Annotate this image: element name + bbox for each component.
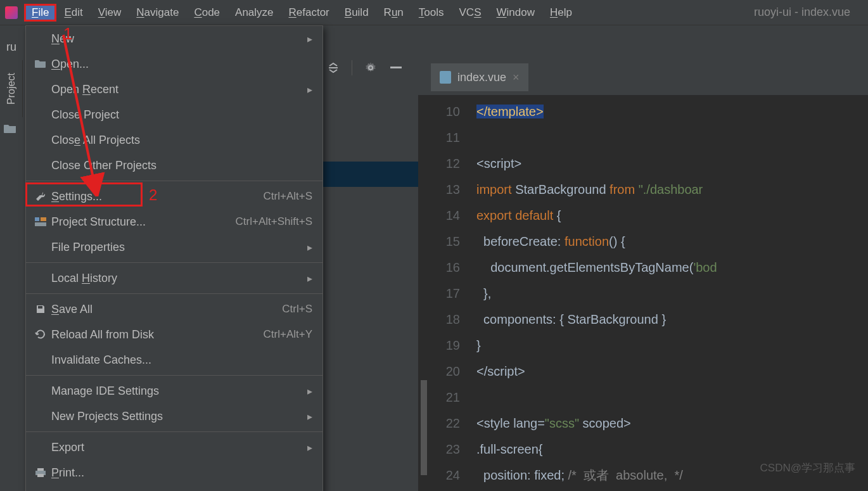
project-tool-tab[interactable]: Project: [0, 60, 23, 117]
selection-highlight: [323, 162, 428, 187]
line-number: 19: [431, 333, 460, 359]
code-line[interactable]: document.getElementsByTagName('bod: [476, 255, 868, 281]
menu-item-label: Close All Projects: [49, 134, 312, 147]
editor-toolbar: [326, 60, 403, 75]
close-icon[interactable]: ×: [513, 71, 520, 84]
save-icon: [32, 304, 49, 314]
menu-save-all[interactable]: Save AllCtrl+S: [26, 297, 322, 322]
annotation-1: 1: [63, 24, 72, 44]
menu-item-label: Export: [49, 441, 312, 454]
menu-item-label: Close Other Projects: [49, 159, 312, 172]
line-number: 23: [431, 437, 460, 462]
expand-collapse-icon[interactable]: [326, 61, 340, 75]
menu-tools[interactable]: Tools: [411, 4, 452, 22]
menu-separator: [26, 262, 322, 263]
project-tab-label: Project: [6, 73, 17, 105]
menu-export[interactable]: Export▸: [26, 435, 322, 460]
tab-index-vue[interactable]: index.vue ×: [431, 63, 528, 91]
code-line[interactable]: beforeCreate: function() {: [476, 229, 868, 255]
menu-edit[interactable]: Edit: [56, 4, 90, 22]
menu-separator: [26, 293, 322, 294]
menu-new-proj-settings[interactable]: New Projects Settings▸: [26, 404, 322, 429]
svg-rect-5: [35, 222, 46, 226]
folder-icon[interactable]: [4, 124, 16, 134]
menu-file[interactable]: File: [24, 4, 56, 22]
code-line[interactable]: import StarBackground from "./dashboar: [476, 177, 868, 203]
chevron-right-icon: ▸: [307, 84, 312, 96]
menu-analyze[interactable]: Analyze: [227, 4, 281, 22]
code-line[interactable]: </template>: [476, 99, 868, 125]
structure-icon: [32, 217, 49, 226]
file-menu-dropdown: New▸Open...Open Recent▸Close ProjectClos…: [25, 25, 323, 491]
code-line[interactable]: </script>: [476, 359, 868, 385]
menu-item-label: Project Structure...: [49, 215, 236, 229]
line-number: 12: [431, 151, 460, 177]
print-icon: [32, 468, 49, 478]
menu-item-label: New Projects Settings: [49, 410, 312, 423]
menu-close-all[interactable]: Close All Projects: [26, 127, 322, 153]
file-icon: [440, 71, 451, 84]
code-line[interactable]: .full-screen{: [476, 437, 868, 462]
menu-item-label: Local History: [49, 272, 312, 285]
app-logo-icon: [5, 6, 18, 19]
folder-icon: [32, 60, 49, 68]
menu-separator: [26, 375, 322, 376]
code-content[interactable]: </template> <script>import StarBackgroun…: [466, 95, 868, 491]
menu-refactor[interactable]: Refactor: [281, 4, 337, 22]
menu-file-props[interactable]: File Properties▸: [26, 234, 322, 260]
code-line[interactable]: export default {: [476, 203, 868, 229]
editor-tabs: index.vue ×: [431, 63, 528, 91]
scrollbar-thumb[interactable]: [421, 380, 427, 475]
menu-item-label: Reload All from Disk: [49, 328, 264, 341]
menu-favorites[interactable]: Add to Favorites▸: [26, 485, 322, 491]
line-number: 15: [431, 229, 460, 255]
line-number: 10: [431, 99, 460, 125]
code-line[interactable]: [476, 385, 868, 411]
shortcut-label: Ctrl+Alt+S: [264, 190, 312, 203]
menu-build[interactable]: Build: [337, 4, 376, 22]
hide-icon[interactable]: [389, 61, 403, 75]
menu-run[interactable]: Run: [376, 4, 411, 22]
menu-project-structure[interactable]: Project Structure...Ctrl+Alt+Shift+S: [26, 209, 322, 234]
code-line[interactable]: components: { StarBackground }: [476, 307, 868, 333]
menu-vcs[interactable]: VCS: [452, 4, 489, 22]
menu-code[interactable]: Code: [186, 4, 227, 22]
chevron-right-icon: ▸: [307, 442, 312, 454]
chevron-right-icon: ▸: [307, 411, 312, 423]
code-line[interactable]: <style lang="scss" scoped>: [476, 411, 868, 437]
watermark: CSDN@学习那点事: [760, 461, 855, 475]
menu-open-recent[interactable]: Open Recent▸: [26, 77, 322, 102]
menu-item-label: Print...: [49, 466, 312, 480]
gutter-margin: [418, 95, 431, 491]
code-line[interactable]: <script>: [476, 151, 868, 177]
menu-settings[interactable]: Settings...Ctrl+Alt+S: [26, 184, 322, 209]
menu-close-project[interactable]: Close Project: [26, 102, 322, 127]
line-number: 13: [431, 177, 460, 203]
line-number: 20: [431, 359, 460, 385]
chevron-right-icon: ▸: [307, 33, 312, 45]
annotation-2: 2: [149, 186, 157, 204]
line-number: 16: [431, 255, 460, 281]
menu-window[interactable]: Window: [488, 4, 542, 22]
window-title: ruoyi-ui - index.vue: [754, 6, 850, 19]
menu-help[interactable]: Help: [542, 4, 580, 22]
menu-item-label: New: [49, 32, 312, 46]
code-line[interactable]: }: [476, 333, 868, 359]
code-line[interactable]: },: [476, 281, 868, 307]
menu-navigate[interactable]: Navigate: [129, 4, 186, 22]
menu-item-label: Open...: [49, 58, 312, 71]
menu-open[interactable]: Open...: [26, 51, 322, 77]
menu-manage-ide[interactable]: Manage IDE Settings▸: [26, 378, 322, 404]
menu-reload[interactable]: Reload All from DiskCtrl+Alt+Y: [26, 322, 322, 347]
line-number: 24: [431, 462, 460, 488]
menu-view[interactable]: View: [91, 4, 129, 22]
gear-icon[interactable]: [364, 61, 378, 75]
menu-local-history[interactable]: Local History▸: [26, 265, 322, 291]
code-line[interactable]: [476, 125, 868, 151]
menu-close-other[interactable]: Close Other Projects: [26, 153, 322, 178]
code-editor[interactable]: 101112131415161718192021222324 </templat…: [418, 95, 868, 491]
menu-print[interactable]: Print...: [26, 460, 322, 485]
menu-invalidate[interactable]: Invalidate Caches...: [26, 347, 322, 373]
line-numbers: 101112131415161718192021222324: [431, 95, 466, 491]
menu-item-label: Invalidate Caches...: [49, 354, 312, 367]
